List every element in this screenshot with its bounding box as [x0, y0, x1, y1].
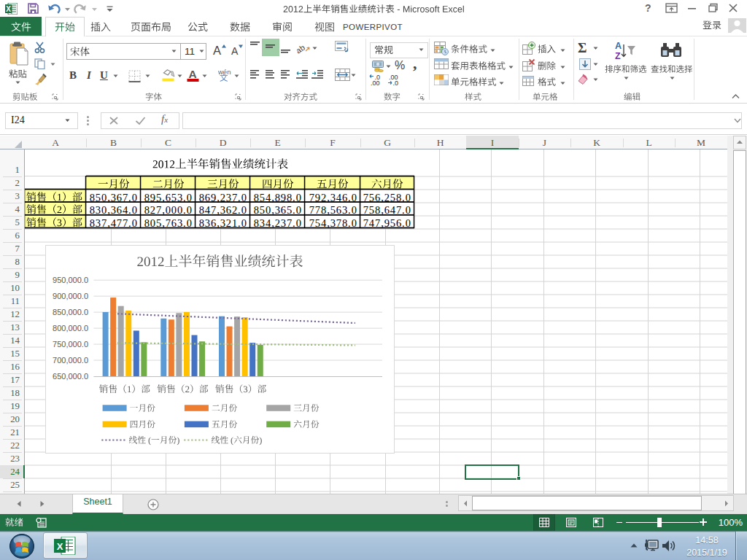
- svg-text:.0: .0: [393, 79, 399, 86]
- svg-text:850,000.0: 850,000.0: [53, 308, 88, 316]
- svg-text:?: ?: [645, 3, 651, 14]
- svg-text:X: X: [6, 5, 11, 13]
- svg-text:650,000.0: 650,000.0: [53, 372, 88, 381]
- svg-text:Σ: Σ: [578, 40, 587, 55]
- svg-text:X: X: [57, 541, 63, 552]
- svg-text:A: A: [231, 45, 239, 57]
- svg-text:.00: .00: [371, 79, 380, 86]
- svg-text:ab: ab: [297, 43, 306, 54]
- svg-text:A: A: [615, 41, 622, 51]
- svg-text:800,000.0: 800,000.0: [53, 324, 88, 332]
- svg-text:A: A: [213, 44, 221, 57]
- svg-text:900,000.0: 900,000.0: [53, 292, 88, 300]
- svg-text:700,000.0: 700,000.0: [53, 356, 88, 365]
- svg-text:950,000.0: 950,000.0: [53, 276, 88, 284]
- svg-text:750,000.0: 750,000.0: [53, 340, 88, 349]
- svg-text:A: A: [189, 68, 197, 80]
- svg-text:Z: Z: [615, 51, 621, 61]
